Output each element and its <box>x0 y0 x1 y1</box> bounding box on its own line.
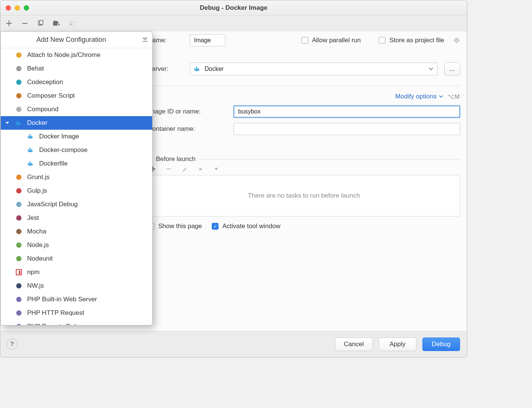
add-config-icon[interactable] <box>5 19 13 28</box>
behat-icon <box>15 65 23 72</box>
cancel-button[interactable]: Cancel <box>335 337 373 351</box>
remove-config-icon[interactable] <box>21 19 29 28</box>
sort-alpha-icon[interactable]: az <box>68 19 76 28</box>
checkbox-icon <box>379 37 385 44</box>
config-type-docker-compose[interactable]: Docker-compose <box>1 143 152 157</box>
svg-point-14 <box>16 107 21 112</box>
allow-parallel-checkbox[interactable]: Allow parallel run <box>301 37 361 44</box>
before-launch-label: Before launch <box>156 155 196 163</box>
php-icon <box>15 296 23 303</box>
config-type-jest[interactable]: Jest <box>1 211 152 225</box>
divider <box>199 159 460 160</box>
modify-options-link[interactable]: Modify options <box>395 93 443 100</box>
config-type-grunt-js[interactable]: Grunt.js <box>1 170 152 184</box>
svg-rect-18 <box>17 121 18 122</box>
name-input[interactable] <box>190 34 225 46</box>
docker-icon <box>27 133 35 140</box>
svg-point-32 <box>16 188 21 193</box>
config-type-label: PHP HTTP Request <box>27 309 84 317</box>
config-type-docker[interactable]: Docker <box>1 116 152 130</box>
container-name-input[interactable] <box>234 123 460 135</box>
config-type-nw-js[interactable]: NW.js <box>1 279 152 293</box>
no-tasks-placeholder: There are no tasks to run before launch <box>248 192 360 199</box>
store-project-checkbox[interactable]: Store as project file <box>379 37 444 44</box>
docker-icon <box>194 66 201 72</box>
show-this-page-checkbox[interactable]: Show this page <box>148 222 202 230</box>
svg-rect-30 <box>29 161 31 163</box>
config-type-mocha[interactable]: Mocha <box>1 225 152 238</box>
config-type-compound[interactable]: Compound <box>1 103 152 116</box>
image-id-label: Image ID or name: <box>148 108 227 115</box>
config-type-npm[interactable]: npm <box>1 265 152 279</box>
npm-icon <box>15 268 23 276</box>
filter-icon[interactable] <box>142 37 148 43</box>
svg-rect-21 <box>31 136 32 137</box>
svg-rect-23 <box>28 149 29 150</box>
server-label: Server: <box>148 65 183 73</box>
popup-header: Add New Configuration <box>1 32 152 48</box>
svg-text:z: z <box>73 24 74 26</box>
svg-point-40 <box>16 283 21 288</box>
config-type-javascript-debug[interactable]: JavaScript Debug <box>1 198 152 211</box>
edit-task-icon[interactable] <box>182 166 188 172</box>
svg-rect-27 <box>28 163 29 164</box>
composer-icon <box>15 92 23 100</box>
svg-rect-9 <box>196 67 197 68</box>
config-type-behat[interactable]: Behat <box>1 62 152 75</box>
svg-point-13 <box>16 93 21 98</box>
image-id-input[interactable] <box>234 106 460 118</box>
gear-icon[interactable] <box>453 37 460 44</box>
before-launch-header[interactable]: Before launch <box>148 155 460 163</box>
activate-tool-checkbox[interactable]: ✓ Activate tool window <box>212 222 280 230</box>
svg-rect-17 <box>19 122 20 123</box>
remove-task-icon[interactable] <box>166 166 172 172</box>
config-type-gulp-js[interactable]: Gulp.js <box>1 184 152 198</box>
before-launch-tasks: There are no tasks to run before launch <box>148 175 460 216</box>
svg-rect-28 <box>29 163 31 164</box>
config-type-dockerfile[interactable]: Dockerfile <box>1 157 152 170</box>
titlebar: Debug - Docker Image <box>0 0 467 15</box>
server-dropdown[interactable]: Docker <box>190 63 437 75</box>
config-type-docker-image[interactable]: Docker Image <box>1 130 152 143</box>
compound-icon <box>15 106 23 113</box>
config-type-node-js[interactable]: Node.js <box>1 238 152 252</box>
name-label: Name: <box>148 37 183 44</box>
move-down-icon[interactable] <box>213 166 219 172</box>
debug-button[interactable]: Debug <box>422 337 460 351</box>
move-up-icon[interactable] <box>197 166 203 172</box>
apply-button[interactable]: Apply <box>379 337 416 351</box>
config-type-php-remote-debug[interactable]: PHP Remote Debug <box>1 320 152 325</box>
config-type-composer-script[interactable]: Composer Script <box>1 89 152 103</box>
config-type-nodeunit[interactable]: Nodeunit <box>1 252 152 265</box>
svg-rect-8 <box>197 68 199 69</box>
config-type-label: Behat <box>27 65 44 72</box>
docker-icon <box>27 160 35 167</box>
svg-point-5 <box>456 39 458 41</box>
svg-rect-26 <box>29 148 31 149</box>
config-type-label: Docker Image <box>39 133 79 140</box>
svg-rect-25 <box>31 149 32 150</box>
jest-icon <box>15 214 23 222</box>
nodeunit-icon <box>15 255 23 262</box>
save-template-icon[interactable] <box>52 19 61 28</box>
svg-point-11 <box>16 66 21 71</box>
config-type-codeception[interactable]: Codeception <box>1 75 152 89</box>
config-type-php-built-in-web-server[interactable]: PHP Built-in Web Server <box>1 293 152 306</box>
config-type-label: JavaScript Debug <box>27 201 78 208</box>
chevron-down-icon <box>429 67 433 71</box>
config-type-php-http-request[interactable]: PHP HTTP Request <box>1 306 152 320</box>
svg-rect-7 <box>196 68 197 69</box>
copy-config-icon[interactable] <box>37 19 45 28</box>
svg-rect-22 <box>29 134 31 135</box>
jsdebug-icon <box>15 201 23 208</box>
config-type-label: Attach to Node.js/Chrome <box>27 51 101 59</box>
config-toolbar: az <box>0 15 467 31</box>
config-type-label: Docker-compose <box>39 146 88 154</box>
svg-rect-39 <box>19 271 20 274</box>
help-button[interactable]: ? <box>6 339 18 350</box>
config-type-attach-to-node-js-chrome[interactable]: Attach to Node.js/Chrome <box>1 48 152 62</box>
svg-rect-16 <box>17 122 18 123</box>
svg-rect-20 <box>29 136 31 137</box>
server-browse-button[interactable]: ... <box>444 62 460 76</box>
nwjs-icon <box>15 282 23 290</box>
